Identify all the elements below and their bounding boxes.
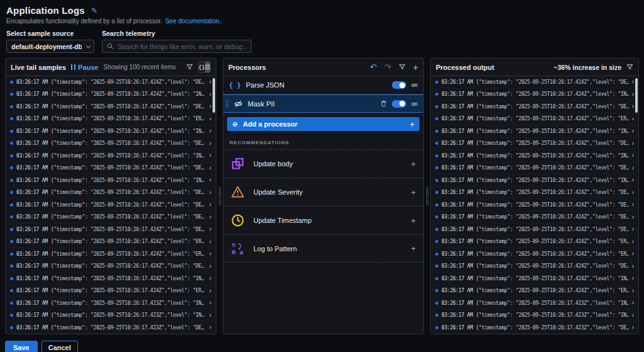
filter-icon[interactable] [186,64,193,71]
log-row[interactable]: 03:26:17 AM {"timestamp": "2025-09-25T10… [431,297,638,310]
log-row[interactable]: 03:26:17 AM {"timestamp": "2025-09-25T10… [431,248,638,261]
see-documentation-link[interactable]: See documentation. [165,18,221,25]
log-row[interactable]: 03:26:17 AM {"timestamp": "2025-09-25T10… [431,199,638,212]
trash-icon[interactable] [380,100,387,107]
log-row[interactable]: 03:26:17 AM {"timestamp": "2025-09-25T10… [431,310,638,322]
log-row[interactable]: 03:26:17 AM {"timestamp": "2025-09-25T10… [431,101,638,113]
log-time: 03:26:17 AM [441,128,473,134]
log-row[interactable]: 03:26:17 AM {"timestamp": "2025-09-25T10… [431,285,638,298]
log-time: 03:26:17 AM [16,300,48,306]
log-row[interactable]: 03:26:17 AM {"timestamp": "2025-09-25T10… [431,174,638,187]
log-row[interactable]: 03:26:17 AM {"timestamp": "2025-09-25T10… [6,162,216,175]
search-telemetry-box[interactable] [102,40,252,53]
log-level-dot [10,191,13,194]
list-view-button[interactable] [205,62,211,72]
redo-icon[interactable]: ↷ [384,63,391,71]
sample-source-select[interactable]: default-deployment-db8 [6,40,94,53]
log-level-dot [435,314,438,317]
processor-row-mask-pii[interactable]: Mask PII on [223,94,423,113]
json-view-button[interactable]: {} [199,62,205,72]
log-row[interactable]: 03:26:17 AM {"timestamp": "2025-09-25T10… [6,113,216,126]
log-row[interactable]: 03:26:17 AM {"timestamp": "2025-09-25T10… [6,285,216,298]
log-row[interactable]: 03:26:17 AM {"timestamp": "2025-09-25T10… [6,150,216,162]
recommendation-update-severity[interactable]: Update Severity + [223,178,423,206]
log-row[interactable]: 03:26:17 AM {"timestamp": "2025-09-25T10… [431,236,638,249]
scrollbar-thumb[interactable] [635,78,638,113]
recommendation-update-body[interactable]: Update body + [223,149,423,178]
scrollbar-thumb[interactable] [213,78,215,113]
log-row[interactable]: 03:26:17 AM {"timestamp": "2025-09-25T10… [6,236,216,249]
log-row[interactable]: 03:26:17 AM {"timestamp": "2025-09-25T10… [6,76,216,89]
panel-resize-handle[interactable] [426,187,429,206]
log-row[interactable]: 03:26:17 AM {"timestamp": "2025-09-25T10… [6,261,216,273]
add-a-processor-button[interactable]: ⊕ Add a processor + [227,117,419,131]
add-recommendation-icon[interactable]: + [411,188,416,197]
log-row[interactable]: 03:26:17 AM {"timestamp": "2025-09-25T10… [6,322,216,334]
log-row[interactable]: 03:26:17 AM {"timestamp": "2025-09-25T10… [431,224,638,236]
add-recommendation-icon[interactable]: + [411,159,416,169]
pause-button[interactable]: Pause [71,64,98,71]
search-input[interactable] [118,43,247,50]
panel-resize-handle[interactable] [218,187,221,206]
log-row[interactable]: 03:26:17 AM {"timestamp": "2025-09-25T10… [431,150,638,162]
log-row[interactable]: 03:26:17 AM {"timestamp": "2025-09-25T10… [431,162,638,175]
processor-row-parse-json[interactable]: { } Parse JSON on [223,76,423,94]
undo-icon[interactable]: ↶ [370,63,377,71]
pause-icon [71,64,75,70]
log-time: 03:26:17 AM [441,251,473,257]
log-row[interactable]: 03:26:17 AM {"timestamp": "2025-09-25T10… [6,101,216,113]
chevron-right-icon: › [209,226,211,232]
chevron-right-icon: › [209,79,211,85]
log-row[interactable]: 03:26:17 AM {"timestamp": "2025-09-25T10… [431,113,638,126]
log-row[interactable]: 03:26:17 AM {"timestamp": "2025-09-25T10… [6,224,216,236]
log-row[interactable]: 03:26:17 AM {"timestamp": "2025-09-25T10… [6,174,216,187]
log-row[interactable]: 03:26:17 AM {"timestamp": "2025-09-25T10… [6,212,216,224]
log-level-dot [435,93,438,96]
chevron-right-icon: › [632,103,634,110]
log-row[interactable]: 03:26:17 AM {"timestamp": "2025-09-25T10… [431,322,638,334]
log-time: 03:26:17 AM [441,153,473,159]
add-processor-icon[interactable]: + [413,63,418,72]
parse-json-toggle[interactable] [392,81,406,89]
log-row[interactable]: 03:26:17 AM {"timestamp": "2025-09-25T10… [431,273,638,285]
log-row[interactable]: 03:26:17 AM {"timestamp": "2025-09-25T10… [6,138,216,150]
log-row[interactable]: 03:26:17 AM {"timestamp": "2025-09-25T10… [6,297,216,310]
chevron-right-icon: › [632,214,634,220]
log-text: {"timestamp": "2025-09-25T10:26:17.424Z"… [476,227,629,232]
log-time: 03:26:17 AM [441,104,473,110]
log-row[interactable]: 03:26:17 AM {"timestamp": "2025-09-25T10… [6,310,216,322]
log-level-dot [435,277,438,280]
log-level-dot [435,154,438,157]
recommendation-log-to-pattern[interactable]: Log to Pattern + [223,234,423,263]
add-recommendation-icon[interactable]: + [411,216,416,225]
log-row[interactable]: 03:26:17 AM {"timestamp": "2025-09-25T10… [431,76,638,89]
log-row[interactable]: 03:26:17 AM {"timestamp": "2025-09-25T10… [431,89,638,101]
recommendation-update-timestamp[interactable]: Update Timestamp + [223,206,423,234]
log-time: 03:26:17 AM [441,79,473,85]
log-text: {"timestamp": "2025-09-25T10:26:17.424Z"… [51,178,206,183]
log-row[interactable]: 03:26:17 AM {"timestamp": "2025-09-25T10… [6,125,216,138]
log-row[interactable]: 03:26:17 AM {"timestamp": "2025-09-25T10… [431,187,638,200]
filter-icon[interactable] [399,64,406,71]
cancel-button[interactable]: Cancel [42,341,78,352]
filter-icon[interactable] [626,64,633,71]
drag-handle-icon[interactable] [226,99,229,108]
log-text: {"timestamp": "2025-09-25T10:26:17.423Z"… [51,325,206,331]
log-time: 03:26:17 AM [16,104,48,110]
mask-pii-toggle[interactable] [392,100,406,108]
save-button[interactable]: Save [5,341,38,352]
log-row[interactable]: 03:26:17 AM {"timestamp": "2025-09-25T10… [431,125,638,138]
log-row[interactable]: 03:26:17 AM {"timestamp": "2025-09-25T10… [6,273,216,285]
log-row[interactable]: 03:26:17 AM {"timestamp": "2025-09-25T10… [431,261,638,273]
log-row[interactable]: 03:26:17 AM {"timestamp": "2025-09-25T10… [431,212,638,224]
log-row[interactable]: 03:26:17 AM {"timestamp": "2025-09-25T10… [431,138,638,150]
log-row[interactable]: 03:26:17 AM {"timestamp": "2025-09-25T10… [6,187,216,200]
log-text: {"timestamp": "2025-09-25T10:26:17.424Z"… [51,227,206,232]
add-recommendation-icon[interactable]: + [411,244,416,253]
log-row[interactable]: 03:26:17 AM {"timestamp": "2025-09-25T10… [6,89,216,101]
log-row[interactable]: 03:26:17 AM {"timestamp": "2025-09-25T10… [6,248,216,261]
edit-title-icon[interactable]: ✎ [91,6,97,15]
log-row[interactable]: 03:26:17 AM {"timestamp": "2025-09-25T10… [6,199,216,212]
clock-icon [231,213,245,227]
log-text: {"timestamp": "2025-09-25T10:26:17.424Z"… [51,104,206,110]
